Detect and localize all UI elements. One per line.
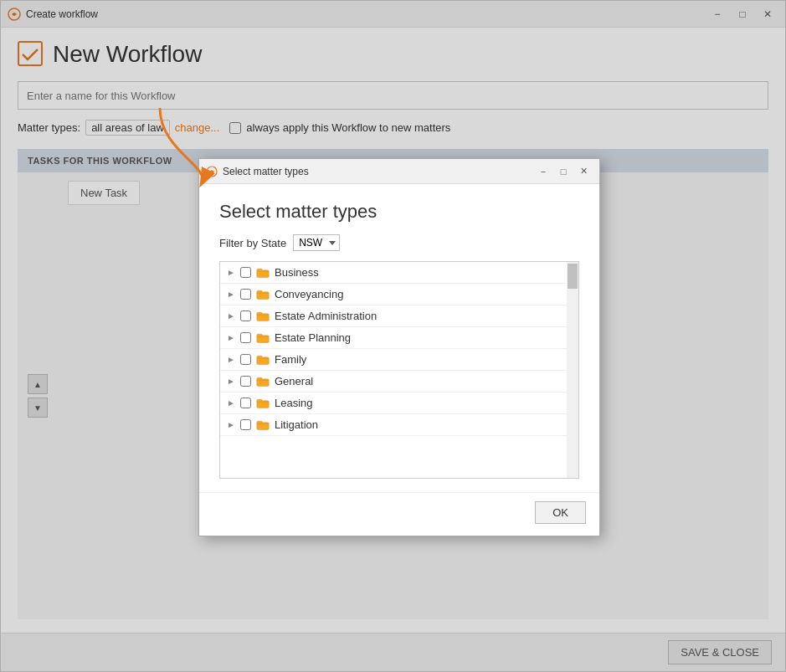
matter-item-name: Estate Administration bbox=[275, 310, 377, 322]
matter-item-name: Leasing bbox=[275, 397, 313, 409]
modal-icon bbox=[206, 166, 218, 177]
folder-icon bbox=[256, 267, 270, 279]
matter-checkbox-3[interactable] bbox=[240, 332, 251, 343]
modal-title-text: Select matter types bbox=[223, 166, 534, 177]
expand-arrow-icon: ► bbox=[227, 420, 235, 429]
matter-list-container: ► Business ► Conveyancing ► Estate Admin… bbox=[219, 261, 579, 479]
folder-icon bbox=[256, 419, 270, 431]
matter-item[interactable]: ► Estate Planning bbox=[220, 327, 578, 349]
expand-arrow-icon: ► bbox=[227, 377, 235, 386]
filter-row: Filter by State NSW VIC QLD SA WA TAS NT… bbox=[219, 234, 579, 251]
matter-checkbox-1[interactable] bbox=[240, 289, 251, 300]
matter-item-name: Conveyancing bbox=[275, 288, 343, 300]
expand-arrow-icon: ► bbox=[227, 398, 235, 408]
matter-item[interactable]: ► Conveyancing bbox=[220, 284, 578, 305]
matter-item[interactable]: ► Business bbox=[220, 262, 578, 284]
modal-title-controls: − □ ✕ bbox=[534, 164, 593, 179]
matter-item-name: Estate Planning bbox=[275, 331, 351, 344]
expand-arrow-icon: ► bbox=[227, 311, 235, 321]
modal-close-button[interactable]: ✕ bbox=[574, 164, 593, 179]
modal-title-bar: Select matter types − □ ✕ bbox=[199, 159, 599, 184]
folder-icon bbox=[256, 376, 270, 387]
matter-item[interactable]: ► Family bbox=[220, 349, 578, 371]
folder-icon bbox=[256, 398, 270, 409]
expand-arrow-icon: ► bbox=[227, 268, 235, 277]
state-select[interactable]: NSW VIC QLD SA WA TAS NT ACT bbox=[293, 234, 340, 251]
main-window: Create workflow − □ ✕ New Workflow Matte… bbox=[0, 0, 786, 672]
matter-item[interactable]: ► Litigation bbox=[220, 414, 578, 436]
folder-icon bbox=[256, 354, 270, 366]
folder-icon bbox=[256, 332, 270, 344]
matter-checkbox-4[interactable] bbox=[240, 354, 251, 365]
expand-arrow-icon: ► bbox=[227, 355, 235, 364]
scrollbar-thumb bbox=[568, 264, 578, 289]
matter-item-name: Business bbox=[275, 266, 319, 279]
scrollbar-track[interactable] bbox=[567, 262, 578, 478]
matter-list: ► Business ► Conveyancing ► Estate Admin… bbox=[220, 262, 578, 436]
modal-dialog: Select matter types − □ ✕ Select matter … bbox=[198, 158, 600, 536]
matter-item-name: Litigation bbox=[275, 418, 318, 431]
ok-button[interactable]: OK bbox=[535, 501, 586, 524]
matter-item[interactable]: ► Leasing bbox=[220, 392, 578, 414]
matter-item-name: General bbox=[275, 375, 313, 387]
folder-icon bbox=[256, 310, 270, 322]
matter-checkbox-5[interactable] bbox=[240, 376, 251, 387]
modal-content: Select matter types Filter by State NSW … bbox=[199, 184, 599, 492]
matter-item[interactable]: ► General bbox=[220, 371, 578, 392]
matter-checkbox-6[interactable] bbox=[240, 398, 251, 408]
matter-item[interactable]: ► Estate Administration bbox=[220, 305, 578, 327]
modal-heading: Select matter types bbox=[219, 201, 579, 223]
modal-restore-button[interactable]: □ bbox=[554, 164, 573, 179]
modal-footer: OK bbox=[199, 492, 599, 536]
matter-checkbox-0[interactable] bbox=[240, 267, 251, 278]
expand-arrow-icon: ► bbox=[227, 333, 235, 342]
matter-item-name: Family bbox=[275, 353, 306, 366]
filter-label: Filter by State bbox=[219, 237, 286, 249]
modal-minimize-button[interactable]: − bbox=[534, 164, 552, 179]
expand-arrow-icon: ► bbox=[227, 290, 235, 299]
matter-checkbox-7[interactable] bbox=[240, 419, 251, 430]
modal-overlay: Select matter types − □ ✕ Select matter … bbox=[1, 1, 785, 671]
folder-icon bbox=[256, 289, 270, 300]
matter-checkbox-2[interactable] bbox=[240, 310, 251, 321]
